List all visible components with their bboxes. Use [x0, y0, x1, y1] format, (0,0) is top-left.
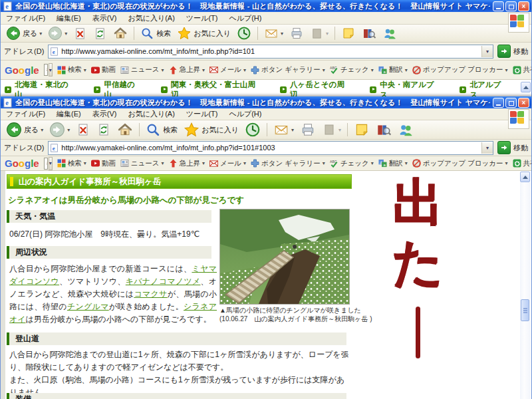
forward-button[interactable]: ▾ [46, 25, 69, 41]
restore-button[interactable] [505, 98, 517, 108]
google-input-dropdown[interactable]: ▾ [49, 63, 53, 76]
star-icon [177, 26, 192, 41]
research-button[interactable] [374, 121, 394, 138]
back-button[interactable]: 戻る▾ [4, 121, 45, 138]
google-translate-button[interactable]: あa 翻訳▾ [378, 65, 408, 74]
search-icon [140, 27, 154, 41]
stop-button[interactable] [74, 122, 92, 138]
menu-edit[interactable]: 編集(E) [57, 109, 81, 119]
google-mail-button[interactable]: メール▾ [209, 159, 246, 168]
standard-toolbar: 戻る▾ ▾ 検索 お気に入り ▾ [1, 120, 531, 140]
green-arrow-icon [280, 86, 287, 93]
print-button[interactable] [287, 25, 306, 41]
favorites-button[interactable]: お気に入り [175, 25, 233, 41]
menu-favorites[interactable]: お気に入り(A) [128, 13, 174, 23]
scrollbar-thumb[interactable] [521, 299, 529, 321]
google-gallery-button[interactable]: ボタン ギャラリー▾ [251, 159, 325, 168]
minimize-button[interactable] [493, 1, 504, 11]
menu-edit[interactable]: 編集(E) [57, 13, 81, 23]
ie-page-icon: e [3, 1, 13, 11]
scrollbar-up-button[interactable] [520, 172, 530, 182]
refresh-button[interactable] [91, 26, 109, 41]
google-check-button[interactable]: ABC チェック▾ [330, 65, 374, 74]
google-video-button[interactable]: 動画 [91, 65, 116, 74]
home-button[interactable] [111, 25, 130, 41]
google-news-button[interactable]: ニュース▾ [120, 159, 164, 168]
google-search-button[interactable]: 検索▾ [57, 65, 86, 74]
search-button[interactable]: 検索 [138, 26, 173, 41]
links-item-hokkaido-tohoku[interactable]: 北海道・東北の山 [5, 80, 74, 97]
menu-file[interactable]: ファイル(F) [6, 109, 45, 119]
address-input[interactable]: e http://www.yamakei-online.com/mt_info/… [48, 141, 493, 155]
go-button[interactable]: 移動 [497, 141, 528, 154]
google-popup-blocker-button[interactable]: ポップアップ ブロッカー▾ [412, 159, 508, 168]
notes-button[interactable] [352, 121, 372, 138]
forward-button[interactable]: ▾ [47, 121, 72, 138]
go-button[interactable]: 移動 [497, 45, 528, 58]
close-button[interactable]: × [518, 98, 529, 108]
google-check-button[interactable]: ABC チェック▾ [330, 159, 374, 168]
links-item-kanto-fuji[interactable]: 関東・奥秩父・富士山周辺 [161, 80, 260, 97]
address-dropdown-button[interactable]: ▾ [481, 46, 493, 57]
search-button[interactable]: 検索 [144, 122, 180, 138]
url-text: http://www.yamakei-online.com/mt_info/mt… [61, 144, 479, 152]
history-button[interactable] [235, 25, 253, 41]
menu-tools[interactable]: ツール(T) [186, 109, 218, 119]
print-button[interactable] [298, 121, 318, 138]
google-translate-button[interactable]: あa 翻訳▾ [378, 159, 408, 168]
restore-button[interactable] [505, 1, 517, 11]
links-item-yatsugatake[interactable]: 八ヶ岳とその周辺 [280, 80, 350, 97]
google-video-button[interactable]: 動画 [91, 159, 116, 168]
links-item-kita-alps[interactable]: 北アルプス [460, 80, 507, 97]
vertical-scrollbar[interactable] [520, 172, 531, 399]
minimize-button[interactable] [493, 98, 504, 108]
google-share-button[interactable]: 共有▾ [513, 65, 531, 74]
google-search-button[interactable]: 検索▾ [57, 159, 86, 168]
notes-button[interactable] [339, 25, 358, 41]
google-popup-blocker-button[interactable]: ポップアップ ブロッカー▾ [412, 65, 508, 74]
home-button[interactable] [115, 121, 135, 138]
google-mail-button[interactable]: メール▾ [209, 65, 246, 74]
address-bar: アドレス(D) e http://www.yamakei-online.com/… [1, 140, 531, 156]
edit-icon [310, 27, 324, 41]
edit-button[interactable]: ▾ [308, 26, 331, 41]
mail-button[interactable]: ▾ [271, 121, 296, 138]
google-input-dropdown[interactable]: ▾ [49, 157, 53, 170]
google-share-button[interactable]: 共有▾ [513, 159, 531, 168]
flower-link[interactable]: コマクサ [134, 289, 167, 299]
links-item-koshinetsu[interactable]: 甲信越の山 [94, 80, 141, 97]
messenger-button[interactable] [396, 121, 416, 138]
close-button[interactable]: × [518, 1, 529, 11]
title-bar[interactable]: e 全国の登山地(北海道・東北)の現在の状況がわかる！ 現地最新情報 - 山と自… [1, 0, 531, 12]
google-search-input[interactable]: キーワードを入力して検 [44, 64, 48, 76]
google-trending-button[interactable]: 急上昇▾ [169, 159, 205, 168]
research-button[interactable] [360, 25, 378, 41]
menu-file[interactable]: ファイル(F) [6, 13, 45, 23]
google-news-button[interactable]: ニュース▾ [120, 65, 164, 74]
google-gallery-button[interactable]: ボタン ギャラリー▾ [251, 65, 325, 74]
messenger-button[interactable] [380, 25, 399, 41]
address-dropdown-button[interactable]: ▾ [481, 142, 493, 154]
flower-link[interactable]: キバナノコマノツメ [126, 277, 201, 286]
google-trending-button[interactable]: 急上昇▾ [169, 65, 205, 74]
links-item-chuo-minami-alps[interactable]: 中央・南アルプス [370, 80, 440, 97]
edit-button[interactable]: ▾ [320, 122, 343, 138]
flower-link[interactable]: チングルマ [67, 302, 109, 311]
back-button[interactable]: 戻る▾ [4, 25, 44, 41]
menu-help[interactable]: ヘルプ(H) [229, 109, 261, 119]
mail-button[interactable]: ▾ [262, 25, 285, 41]
menu-view[interactable]: 表示(V) [92, 13, 117, 23]
menu-view[interactable]: 表示(V) [92, 109, 117, 119]
section-header-surroundings: 周辺状況 [7, 246, 211, 259]
history-button[interactable] [243, 121, 263, 138]
menu-favorites[interactable]: お気に入り(A) [128, 109, 174, 119]
address-input[interactable]: e http://www.yamakei-online.com/mt_info/… [48, 45, 493, 59]
favorites-button[interactable]: お気に入り [182, 121, 241, 138]
title-bar[interactable]: e 全国の登山地(北海道・東北)の現在の状況がわかる！ 現地最新情報 - 山と自… [1, 96, 531, 108]
menu-help[interactable]: ヘルプ(H) [229, 13, 261, 23]
google-search-input[interactable]: キーワードを入力して検 [44, 158, 48, 170]
menu-tools[interactable]: ツール(T) [186, 13, 218, 23]
refresh-button[interactable] [94, 122, 113, 138]
stop-button[interactable] [71, 26, 89, 41]
scrollbar-up-button[interactable] [521, 82, 531, 92]
